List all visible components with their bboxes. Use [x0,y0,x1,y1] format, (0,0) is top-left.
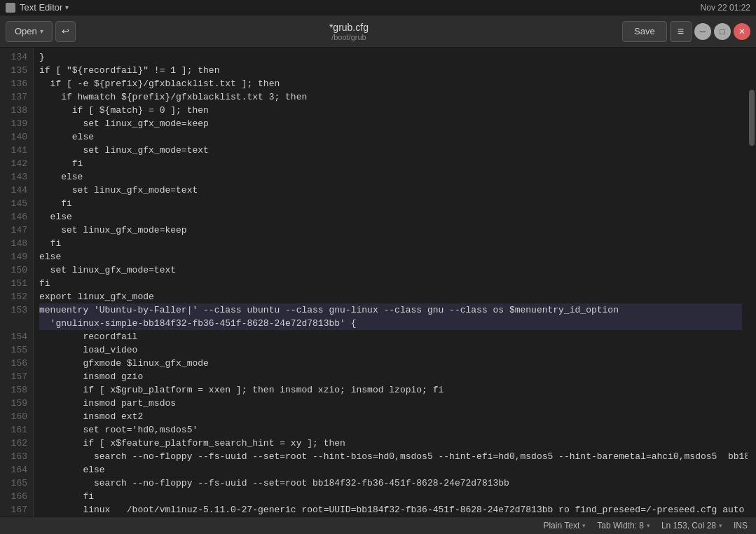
code-line: fi [39,490,742,503]
line-number: 149 [6,250,27,263]
code-line: } [39,50,742,64]
plain-text-status[interactable]: Plain Text ▾ [543,521,586,530]
code-line: set linux_gfx_mode=text [39,263,742,277]
ins-mode-label: INS [734,521,748,530]
editor-container: 1341351361371381391401411421431441451461… [0,48,756,516]
plain-text-label: Plain Text [543,521,579,530]
file-name: *grub.cfg [329,22,369,33]
code-line: if [ -e ${prefix}/gfxblacklist.txt ]; th… [39,77,742,90]
maximize-button[interactable]: □ [714,23,731,40]
code-line: insmod gzio [39,370,742,383]
code-line: else [39,130,742,144]
line-number: 150 [6,263,27,277]
line-number: 144 [6,184,27,197]
code-line: gfxmode $linux_gfx_mode [39,357,742,370]
title-dropdown-chevron[interactable]: ▾ [65,4,69,11]
code-line: export linux_gfx_mode [39,290,742,303]
line-number: 148 [6,237,27,250]
menu-icon: ≡ [678,25,684,38]
open-button[interactable]: Open ▾ [6,21,53,42]
menu-button[interactable]: ≡ [670,21,692,42]
file-path: /boot/grub [331,33,366,41]
cursor-pos-chevron: ▾ [719,522,722,529]
code-line: search --no-floppy --fs-uuid --set=root … [39,477,742,490]
code-line: menuentry 'Ubuntu-by-Faller|' --class ub… [39,303,742,317]
scrollbar-thumb[interactable] [749,90,755,146]
line-number: 165 [6,477,27,490]
line-number: 138 [6,104,27,117]
code-line: set linux_gfx_mode=text [39,184,742,197]
code-line: else [39,463,742,477]
line-number: 155 [6,343,27,357]
save-button[interactable]: Save [622,21,667,42]
tab-width-label: Tab Width: 8 [597,521,644,530]
code-line: search --no-floppy --fs-uuid --set=root … [39,450,742,463]
line-number: 137 [6,90,27,104]
status-bar: Plain Text ▾ Tab Width: 8 ▾ Ln 153, Col … [0,516,756,534]
line-number: 151 [6,277,27,290]
line-number: 153 [6,303,27,317]
recent-icon: ↩ [62,26,69,36]
minimize-icon: ─ [700,27,706,36]
code-line: recordfail [39,330,742,343]
line-number: 142 [6,157,27,170]
code-line: if [ x$feature_platform_search_hint = xy… [39,437,742,450]
code-line: set root='hd0,msdos5' [39,423,742,437]
code-line: insmod part_msdos [39,397,742,410]
recent-button[interactable]: ↩ [55,21,76,42]
code-line: linux /boot/vmlinuz-5.11.0-27-generic ro… [39,503,742,516]
line-number: 157 [6,370,27,383]
code-line: load_video [39,343,742,357]
line-number: 167 [6,503,27,516]
line-number: 134 [6,50,27,64]
code-line: set linux_gfx_mode=keep [39,224,742,237]
code-line: fi [39,237,742,250]
line-number: 166 [6,490,27,503]
line-number: 158 [6,383,27,397]
line-number: 164 [6,463,27,477]
scrollbar-track[interactable] [748,48,756,516]
line-number: 161 [6,423,27,437]
title-bar: Text Editor ▾ Nov 22 01:22 [0,0,756,15]
line-number: 141 [6,144,27,157]
cursor-position-label: Ln 153, Col 28 [661,521,716,530]
line-number: 140 [6,130,27,144]
line-number: 146 [6,210,27,224]
plain-text-chevron: ▾ [582,522,586,529]
cursor-position-status[interactable]: Ln 153, Col 28 ▾ [661,521,722,530]
app-title: Text Editor ▾ [20,2,69,13]
app-icon [6,3,15,13]
title-bar-datetime: Nov 22 01:22 [701,3,750,13]
code-line: else [39,170,742,184]
open-label: Open [15,26,37,36]
line-number: 160 [6,410,27,423]
tab-width-chevron: ▾ [647,522,650,529]
line-number: 159 [6,397,27,410]
code-line: fi [39,277,742,290]
line-numbers: 1341351361371381391401411421431441451461… [0,48,34,516]
save-label: Save [634,26,655,36]
ins-mode-status: INS [734,521,748,530]
line-number: 163 [6,450,27,463]
line-number: 147 [6,224,27,237]
close-icon: ✕ [738,27,745,36]
code-line: if [ "${recordfail}" != 1 ]; then [39,64,742,77]
minimize-button[interactable]: ─ [694,23,711,40]
tab-width-status[interactable]: Tab Width: 8 ▾ [597,521,650,530]
line-number: 135 [6,64,27,77]
code-line: fi [39,197,742,210]
line-number: 156 [6,357,27,370]
code-area[interactable]: }if [ "${recordfail}" != 1 ]; then if [ … [34,48,748,516]
line-number: 139 [6,117,27,130]
line-number: 162 [6,437,27,450]
code-line: set linux_gfx_mode=text [39,144,742,157]
line-number: 136 [6,77,27,90]
toolbar: Open ▾ ↩ *grub.cfg /boot/grub Save ≡ ─ □… [0,15,756,48]
code-line: if [ x$grub_platform = xxen ]; then insm… [39,383,742,397]
close-button[interactable]: ✕ [734,23,750,40]
line-number: 145 [6,197,27,210]
code-line: else [39,210,742,224]
code-line: if [ ${match} = 0 ]; then [39,104,742,117]
code-line: set linux_gfx_mode=keep [39,117,742,130]
title-bar-left: Text Editor ▾ [6,2,69,13]
